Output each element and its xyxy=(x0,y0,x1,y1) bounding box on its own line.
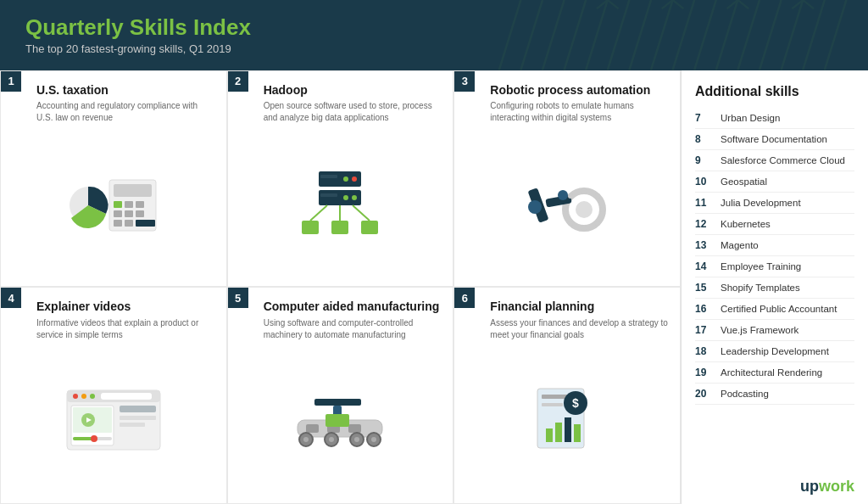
sidebar-item-label: Leadership Development xyxy=(721,346,829,356)
sidebar-item: 20Podcasting xyxy=(695,384,854,405)
sidebar-item: 15Shopify Templates xyxy=(695,277,854,299)
sidebar-item-number: 17 xyxy=(695,324,712,336)
skill-number-6: 6 xyxy=(454,288,475,308)
svg-rect-71 xyxy=(120,423,145,427)
skill-title-1: U.S. taxation xyxy=(36,83,214,98)
skill-image-5 xyxy=(240,341,442,495)
sidebar-item-label: Geospatial xyxy=(721,176,767,187)
svg-point-80 xyxy=(303,437,309,442)
skill-title-6: Financial planning xyxy=(490,300,668,314)
svg-rect-76 xyxy=(314,399,361,406)
skill-title-2: Hadoop xyxy=(264,83,442,98)
svg-rect-89 xyxy=(542,403,563,406)
svg-rect-26 xyxy=(125,220,133,227)
svg-line-8 xyxy=(673,0,695,70)
svg-point-48 xyxy=(581,188,587,193)
svg-point-33 xyxy=(352,195,357,200)
svg-point-30 xyxy=(343,176,348,182)
sidebar-list: 7Urban Design8Software Documentation9Sal… xyxy=(695,108,854,471)
svg-line-12 xyxy=(760,0,782,70)
sidebar-item: 19Architectural Rendering xyxy=(695,362,854,384)
svg-rect-25 xyxy=(114,220,122,227)
skill-number-1: 1 xyxy=(1,71,21,92)
svg-point-84 xyxy=(354,437,359,442)
svg-point-52 xyxy=(568,193,573,199)
skill-card-4: 4 Explainer videos Informative videos th… xyxy=(0,287,227,504)
svg-text:$: $ xyxy=(572,396,579,410)
sidebar-item: 13Magento xyxy=(695,235,854,256)
svg-line-11 xyxy=(737,0,760,70)
svg-point-29 xyxy=(352,176,357,182)
svg-line-14 xyxy=(803,0,825,70)
svg-rect-95 xyxy=(574,424,581,442)
sidebar-item-label: Podcasting xyxy=(721,389,769,399)
svg-point-46 xyxy=(528,200,542,214)
sidebar-item-label: Employee Training xyxy=(721,261,801,272)
upwork-logo: upwork xyxy=(695,478,854,496)
skill-card-1: 1 U.S. taxation Accounting and regulator… xyxy=(0,70,227,288)
sidebar-item-number: 16 xyxy=(695,303,712,315)
svg-line-4 xyxy=(586,0,608,70)
skill-number-5: 5 xyxy=(228,288,248,308)
skill-image-6: $ xyxy=(466,341,668,495)
svg-line-5 xyxy=(608,0,630,70)
sidebar-item-label: Kubernetes xyxy=(721,219,771,229)
skill-title-3: Robotic process automation xyxy=(490,83,668,98)
skill-card-5: 5 Computer aided manufacturing Using sof… xyxy=(227,287,454,504)
svg-rect-35 xyxy=(320,193,337,197)
sidebar-item: 12Kubernetes xyxy=(695,214,854,235)
skill-desc-4: Informative videos that explain a produc… xyxy=(36,317,214,341)
svg-rect-22 xyxy=(114,210,122,217)
skill-desc-3: Configuring robots to emulate humans int… xyxy=(490,100,668,124)
sidebar-item-label: Architectural Rendering xyxy=(721,367,822,378)
svg-rect-19 xyxy=(114,201,122,208)
svg-line-1 xyxy=(520,0,542,70)
svg-line-6 xyxy=(629,0,651,70)
skill-desc-2: Open source software used to store, proc… xyxy=(264,100,442,124)
sidebar-item-label: Software Documentation xyxy=(721,134,827,144)
svg-rect-70 xyxy=(120,416,156,420)
sidebar-item: 17Vue.js Framework xyxy=(695,320,854,341)
sidebar-item: 10Geospatial xyxy=(695,171,854,193)
svg-point-55 xyxy=(595,193,600,199)
svg-line-36 xyxy=(310,205,327,221)
sidebar-item: 18Leadership Development xyxy=(695,341,854,362)
sidebar-item-number: 10 xyxy=(695,176,712,188)
svg-rect-73 xyxy=(306,424,319,433)
skill-image-4 xyxy=(13,341,214,495)
svg-line-7 xyxy=(651,0,673,70)
sidebar-item-number: 8 xyxy=(695,133,712,145)
skill-image-2 xyxy=(240,124,442,277)
sidebar-item-label: Urban Design xyxy=(721,113,780,123)
upwork-logo-text: upwork xyxy=(800,478,854,495)
sidebar-item-number: 13 xyxy=(695,239,712,251)
skill-desc-5: Using software and computer-controlled m… xyxy=(264,317,442,341)
sidebar-item-number: 11 xyxy=(695,197,712,209)
svg-line-10 xyxy=(716,0,738,70)
svg-point-50 xyxy=(563,207,568,212)
svg-rect-41 xyxy=(361,221,378,234)
svg-point-34 xyxy=(343,195,348,200)
svg-line-15 xyxy=(825,0,847,70)
svg-rect-27 xyxy=(136,220,155,227)
svg-rect-75 xyxy=(348,424,361,433)
svg-point-59 xyxy=(81,394,86,399)
sidebar-item: 14Employee Training xyxy=(695,256,854,277)
skill-image-1 xyxy=(13,124,214,277)
sidebar: Additional skills 7Urban Design8Software… xyxy=(682,70,868,504)
skill-number-4: 4 xyxy=(1,288,21,308)
svg-line-3 xyxy=(565,0,587,70)
svg-line-9 xyxy=(694,0,716,70)
svg-rect-61 xyxy=(101,393,152,400)
svg-line-13 xyxy=(782,0,804,70)
sidebar-item-number: 14 xyxy=(695,260,712,272)
skill-title-4: Explainer videos xyxy=(36,300,214,314)
sidebar-item-label: Certified Public Accountant xyxy=(721,304,837,314)
sidebar-item: 9Salesforce Commerce Cloud xyxy=(695,150,854,171)
sidebar-item-number: 20 xyxy=(695,388,712,400)
svg-point-54 xyxy=(568,221,573,226)
sidebar-title: Additional skills xyxy=(695,84,854,99)
sidebar-item-label: Julia Development xyxy=(721,198,801,208)
sidebar-item-number: 12 xyxy=(695,218,712,230)
sidebar-item-number: 19 xyxy=(695,367,712,378)
